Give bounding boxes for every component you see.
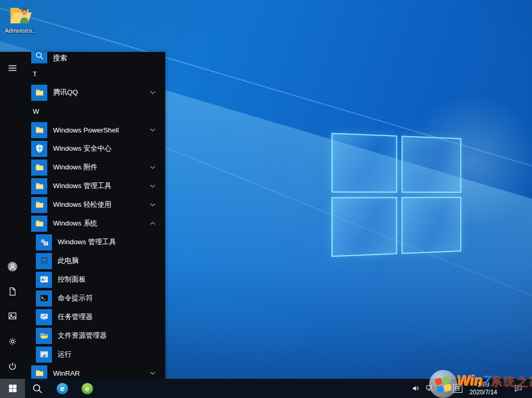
- desktop: Administra...: [0, 0, 532, 398]
- chevron-down-icon[interactable]: [149, 369, 156, 377]
- ime-english-label: 英: [440, 384, 447, 393]
- hamburger-icon: [7, 63, 18, 73]
- network-button[interactable]: [423, 379, 437, 398]
- start-menu-item[interactable]: Windows 附件: [25, 158, 165, 177]
- start-menu-section-header[interactable]: W: [25, 102, 165, 121]
- start-menu-section-header[interactable]: T: [25, 64, 165, 83]
- folder-icon: [31, 122, 47, 138]
- admin-tools-icon: [36, 234, 52, 250]
- control-panel-icon: [36, 272, 52, 288]
- folder-icon: [31, 197, 47, 213]
- speaker-icon: [411, 384, 420, 393]
- start-menu-item[interactable]: Windows 轻松使用: [25, 195, 165, 214]
- folder-icon: [31, 365, 47, 379]
- windows-logo-pane: [402, 136, 461, 193]
- windows-logo: [331, 133, 461, 257]
- start-menu-item-label: 搜索: [53, 54, 67, 63]
- volume-button[interactable]: [409, 379, 423, 398]
- user-folder-icon: [8, 4, 33, 27]
- start-menu-item-label: 命令提示符: [58, 294, 93, 303]
- action-center-icon: [514, 384, 523, 393]
- browser-blue-e-button[interactable]: e: [50, 379, 75, 398]
- taskbar: ee 英 拼 1:08 2020/7/1: [0, 379, 532, 398]
- browser-green-e-button[interactable]: e: [75, 379, 100, 398]
- start-menu-item[interactable]: 此电脑: [25, 251, 165, 270]
- start-menu-item[interactable]: 命令提示符: [25, 289, 165, 308]
- action-center-button[interactable]: [508, 379, 529, 398]
- chevron-down-icon[interactable]: [149, 126, 156, 134]
- start-menu-item[interactable]: Windows 管理工具: [25, 233, 165, 251]
- folder-icon: [31, 160, 47, 176]
- gear-icon: [7, 336, 18, 347]
- start-menu-item-label: 腾讯QQ: [53, 88, 78, 97]
- windows-logo-pane: [402, 197, 461, 254]
- start-menu-item[interactable]: 搜索: [25, 52, 165, 64]
- section-header-label: W: [33, 108, 39, 115]
- this-pc-icon: [36, 253, 52, 269]
- start-button[interactable]: [0, 379, 25, 398]
- start-menu-item-label: 文件资源管理器: [58, 331, 107, 340]
- start-menu-rail: [0, 52, 25, 379]
- menu-hamburger-button[interactable]: [7, 62, 18, 74]
- ime-pinyin-indicator[interactable]: 拼: [450, 379, 466, 398]
- ime-english-indicator[interactable]: 英: [437, 379, 450, 398]
- settings-button[interactable]: [7, 336, 18, 347]
- clock-time: 1:08: [477, 381, 489, 389]
- documents-button[interactable]: [7, 286, 18, 297]
- search-icon: [31, 52, 47, 63]
- desktop-icon-administrator[interactable]: Administra...: [1, 4, 41, 34]
- start-menu-item[interactable]: 运行: [25, 345, 165, 364]
- task-manager-icon: [36, 309, 52, 325]
- start-menu-item-label: Windows 管理工具: [53, 181, 112, 191]
- run-icon: [36, 347, 52, 363]
- start-menu-item-label: Windows 轻松使用: [53, 200, 112, 209]
- start-menu-item[interactable]: 文件资源管理器: [25, 326, 165, 345]
- start-menu-item-label: 控制面板: [58, 275, 86, 284]
- network-disconnected-icon: [425, 384, 434, 393]
- start-menu-item[interactable]: Windows 系统: [25, 214, 165, 233]
- start-menu-item[interactable]: 腾讯QQ: [25, 83, 165, 102]
- start-menu-item[interactable]: WinRAR: [25, 364, 165, 379]
- start-menu-item[interactable]: Windows 安全中心: [25, 139, 165, 158]
- browser-blue-e-icon: e: [56, 382, 69, 395]
- svg-text:e: e: [85, 384, 89, 393]
- pictures-button[interactable]: [7, 310, 18, 322]
- start-menu: 搜索T腾讯QQWWindows PowerShellWindows 安全中心Wi…: [0, 52, 165, 379]
- windows-logo-pane: [331, 133, 397, 193]
- chevron-down-icon[interactable]: [149, 201, 156, 208]
- start-menu-item-label: 任务管理器: [58, 312, 93, 322]
- folder-icon: [31, 85, 47, 101]
- avatar-icon: [7, 261, 18, 272]
- ime-pinyin-label: 拼: [453, 384, 462, 393]
- taskbar-clock[interactable]: 1:08 2020/7/14: [466, 379, 501, 398]
- user-account-button[interactable]: [6, 260, 19, 273]
- start-menu-item-label: 此电脑: [58, 256, 79, 266]
- start-menu-item[interactable]: Windows PowerShell: [25, 121, 165, 139]
- folder-icon: [31, 178, 47, 194]
- file-explorer-icon: [36, 328, 52, 344]
- svg-text:e: e: [60, 384, 64, 393]
- shield-icon: [31, 141, 47, 157]
- start-menu-item-label: Windows 安全中心: [53, 144, 112, 153]
- desktop-icon-label: Administra...: [1, 28, 41, 34]
- start-menu-item[interactable]: Windows 管理工具: [25, 177, 165, 195]
- power-button[interactable]: [7, 361, 18, 372]
- start-menu-item-label: Windows 附件: [53, 163, 98, 172]
- chevron-down-icon[interactable]: [149, 164, 156, 171]
- taskbar-search-button[interactable]: [25, 379, 50, 398]
- system-tray: 英 拼 1:08 2020/7/14: [409, 379, 532, 398]
- start-menu-item[interactable]: 控制面板: [25, 270, 165, 289]
- document-icon: [7, 286, 18, 297]
- chevron-down-icon[interactable]: [149, 89, 156, 96]
- start-menu-item-label: Windows PowerShell: [53, 126, 119, 134]
- start-menu-item-label: WinRAR: [53, 369, 80, 377]
- taskbar-search-icon: [31, 382, 44, 395]
- start-menu-item[interactable]: 任务管理器: [25, 308, 165, 326]
- start-menu-item-label: Windows 系统: [53, 219, 98, 228]
- chevron-down-icon[interactable]: [149, 182, 156, 190]
- clock-date: 2020/7/14: [470, 389, 497, 396]
- start-menu-item-label: Windows 管理工具: [58, 237, 116, 247]
- chevron-up-icon[interactable]: [149, 220, 156, 227]
- start-menu-list: 搜索T腾讯QQWWindows PowerShellWindows 安全中心Wi…: [25, 52, 165, 379]
- windows-logo-icon: [8, 383, 18, 393]
